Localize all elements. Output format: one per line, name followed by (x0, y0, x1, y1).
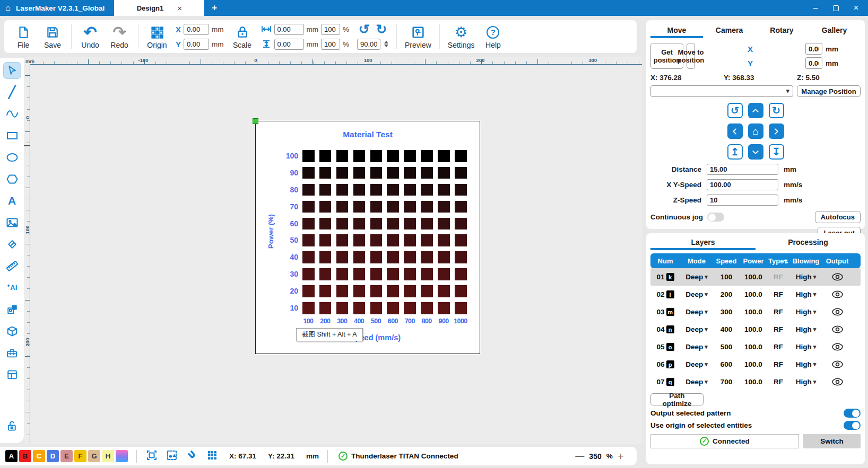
visibility-toggle[interactable] (822, 343, 852, 351)
height-input[interactable] (274, 39, 304, 50)
group-select-icon[interactable] (166, 449, 178, 464)
new-tab-button[interactable]: + (212, 3, 217, 13)
tab-gallery[interactable]: Gallery (808, 23, 861, 38)
blowing-dropdown[interactable]: High▾ (789, 343, 822, 351)
jog-left-button[interactable] (727, 123, 743, 139)
output-selected-toggle[interactable] (844, 409, 861, 418)
z-speed-input[interactable] (707, 195, 778, 206)
swatch-E[interactable]: E (60, 450, 73, 462)
manage-position-button[interactable]: Manage Position (797, 85, 861, 97)
preview-button[interactable]: Preview (405, 24, 431, 49)
move-y-input[interactable] (805, 57, 822, 69)
visibility-toggle[interactable] (822, 308, 852, 316)
mode-dropdown[interactable]: Deep▾ (680, 378, 713, 386)
z-down-button[interactable]: ↧ (769, 144, 784, 160)
blowing-dropdown[interactable]: High▾ (789, 308, 822, 316)
package-3d-tool[interactable] (4, 323, 21, 339)
layer-row[interactable]: 05o Deep▾ 500 100.0 RF High▾ (650, 338, 861, 356)
jog-right-button[interactable] (769, 123, 784, 139)
origin-button[interactable]: Origin (146, 24, 168, 49)
tab-close-icon[interactable]: × (177, 4, 182, 13)
continuous-jog-toggle[interactable] (707, 213, 724, 222)
blowing-dropdown[interactable]: High▾ (789, 378, 822, 386)
material-test-object[interactable]: Material Test Power (%) 1009080706050403… (255, 121, 480, 354)
blowing-dropdown[interactable]: High▾ (789, 290, 822, 298)
help-button[interactable]: ? Help (482, 24, 504, 49)
visibility-toggle[interactable] (822, 325, 852, 333)
jog-rotate-ccw-button[interactable]: ↺ (727, 103, 743, 118)
jog-up-button[interactable] (748, 103, 763, 118)
tab-rotary[interactable]: Rotary (756, 23, 808, 38)
rotate-cw-button[interactable]: ↻ (376, 23, 387, 35)
mode-dropdown[interactable]: Deep▾ (680, 360, 713, 368)
move-x-input[interactable] (805, 43, 822, 55)
swatch-gradient[interactable] (116, 450, 128, 462)
visibility-toggle[interactable] (822, 360, 852, 368)
tab-camera[interactable]: Camera (703, 23, 756, 38)
jog-home-button[interactable]: ⌂ (748, 123, 763, 139)
tab-design1[interactable]: Design1 × (114, 0, 204, 16)
layer-row[interactable]: 07q Deep▾ 700 100.0 RF High▾ (650, 373, 861, 391)
grid-table-icon[interactable] (206, 449, 219, 464)
mode-dropdown[interactable]: Deep▾ (680, 325, 713, 333)
height-percent-input[interactable] (321, 39, 340, 50)
layout-tool[interactable] (4, 367, 21, 383)
blowing-dropdown[interactable]: High▾ (789, 325, 822, 333)
window-close-button[interactable]: × (854, 3, 858, 13)
image-import-tool[interactable] (4, 215, 21, 231)
swatch-B[interactable]: B (19, 450, 31, 462)
z-up-button[interactable]: ↥ (727, 144, 743, 160)
autofocus-button[interactable]: Autofocus (815, 211, 861, 223)
eraser-tool[interactable] (4, 236, 21, 252)
jog-down-button[interactable] (748, 144, 763, 160)
swatch-A[interactable]: A (5, 450, 18, 462)
text-tool[interactable]: A (4, 193, 21, 209)
design-canvas[interactable]: mm -1000100200300 0100200 Material Test … (24, 57, 642, 444)
blowing-dropdown[interactable]: High▾ (789, 360, 822, 368)
curve-tool[interactable] (4, 106, 21, 122)
undo-button[interactable]: ↶ Undo (80, 24, 101, 49)
jog-rotate-cw-button[interactable]: ↻ (769, 103, 784, 118)
tab-move[interactable]: Move (650, 23, 703, 38)
angle-spinner[interactable] (384, 41, 388, 47)
toolbox-tool[interactable] (4, 345, 21, 361)
ruler-tool[interactable] (4, 258, 21, 274)
y-position-input[interactable] (184, 39, 209, 50)
zoom-out-button[interactable]: — (575, 451, 584, 462)
swatch-G[interactable]: G (88, 450, 100, 462)
ai-tool[interactable]: ✦AI (4, 280, 21, 296)
redo-button[interactable]: ↷ Redo (109, 24, 130, 49)
polygon-tool[interactable] (4, 171, 21, 187)
layer-row[interactable]: 02l Deep▾ 200 100.0 RF High▾ (650, 286, 861, 303)
frame-select-icon[interactable] (145, 449, 158, 464)
visibility-toggle[interactable] (822, 273, 852, 281)
mode-dropdown[interactable]: Deep▾ (680, 290, 713, 298)
tab-layers[interactable]: Layers (650, 235, 756, 250)
visibility-toggle[interactable] (822, 290, 852, 298)
mode-dropdown[interactable]: Deep▾ (680, 308, 713, 316)
ellipse-tool[interactable] (4, 149, 21, 165)
file-button[interactable]: File (13, 24, 34, 49)
position-preset-dropdown[interactable]: ▾ (650, 85, 793, 97)
mode-dropdown[interactable]: Deep▾ (680, 343, 713, 351)
swatch-C[interactable]: C (33, 450, 45, 462)
scale-lock-button[interactable]: Scale (232, 24, 253, 49)
mosaic-tool[interactable] (4, 302, 21, 317)
path-optimize-button[interactable]: Path optimize (650, 393, 704, 405)
x-position-input[interactable] (184, 24, 209, 35)
layer-row[interactable]: 04n Deep▾ 400 100.0 RF High▾ (650, 321, 861, 338)
settings-button[interactable]: ⚙ Settings (448, 24, 475, 49)
lock-tool[interactable] (4, 418, 21, 434)
window-maximize-button[interactable] (833, 5, 839, 11)
width-percent-input[interactable] (321, 24, 340, 35)
swatch-F[interactable]: F (74, 450, 86, 462)
switch-button[interactable]: Switch (803, 434, 861, 448)
layer-row[interactable]: 03m Deep▾ 300 100.0 RF High▾ (650, 303, 861, 321)
tab-processing[interactable]: Processing (756, 235, 861, 250)
distance-input[interactable] (707, 164, 778, 175)
angle-input[interactable] (357, 39, 380, 50)
layer-row[interactable]: 01k Deep▾ 100 100.0 RF High▾ (650, 268, 861, 286)
save-button[interactable]: Save (42, 24, 63, 49)
selection-handle[interactable] (253, 118, 258, 124)
width-input[interactable] (274, 24, 304, 35)
